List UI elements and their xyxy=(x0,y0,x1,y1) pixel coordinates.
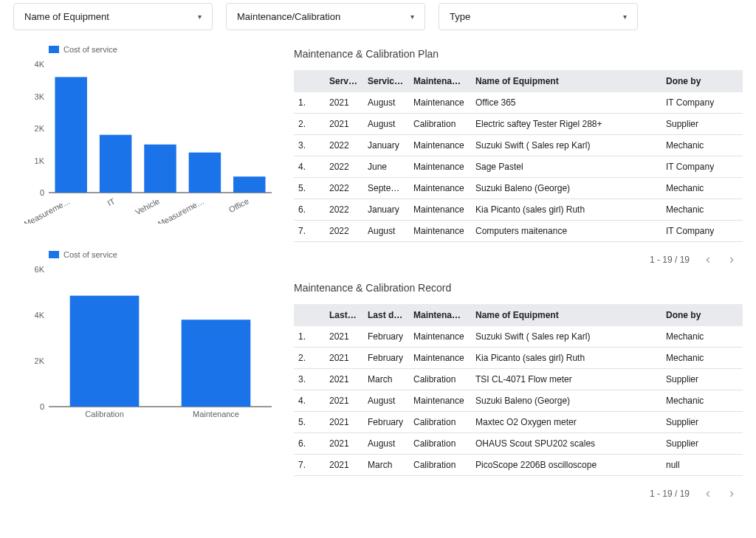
cell: February xyxy=(363,326,409,348)
cell: 2021 xyxy=(325,369,363,390)
table-row[interactable]: 7.2021MarchCalibrationPicoScope 2206B os… xyxy=(294,455,743,476)
bar[interactable] xyxy=(182,320,251,407)
row-index: 3. xyxy=(294,135,325,156)
col-header[interactable]: Done by xyxy=(662,304,743,326)
cell: Server Computer xyxy=(471,476,662,480)
svg-text:Measureme…: Measureme… xyxy=(23,196,72,224)
filter-name-of-equipment[interactable]: Name of Equipment ▾ xyxy=(13,3,213,30)
prev-page-icon[interactable]: ‹ xyxy=(703,252,713,267)
bar[interactable] xyxy=(55,77,86,193)
cell: Mechanic xyxy=(662,348,743,369)
cell: Maintenance xyxy=(409,199,471,221)
cell: 2021 xyxy=(325,92,363,114)
svg-text:Calibration: Calibration xyxy=(85,410,124,418)
table-row[interactable]: 3.2022JanuaryMaintenanceSuzuki Swift ( S… xyxy=(294,135,743,156)
plan-section: Maintenance & Calibration Plan Serv… Ser… xyxy=(294,48,743,273)
bar[interactable] xyxy=(144,145,176,193)
filter-type[interactable]: Type ▾ xyxy=(439,3,638,30)
row-index: 2. xyxy=(294,348,325,369)
cell: Mechanic xyxy=(662,199,743,221)
prev-page-icon[interactable]: ‹ xyxy=(703,486,713,501)
table-row[interactable]: 4.2021AugustMaintenanceSuzuki Baleno (Ge… xyxy=(294,390,743,412)
cell: Suzuki Swift ( Sales rep Karl) xyxy=(471,135,662,156)
cell: 2022 xyxy=(325,242,363,246)
col-header[interactable]: Servic… xyxy=(363,70,409,92)
svg-text:IT: IT xyxy=(106,196,117,207)
col-header[interactable]: Maintena… xyxy=(409,304,471,326)
table-row[interactable]: 2.2021FebruaryMaintenanceKia Picanto (sa… xyxy=(294,348,743,369)
bar[interactable] xyxy=(233,176,265,193)
table-row[interactable]: 1.2021AugustMaintenanceOffice 365IT Comp… xyxy=(294,92,743,114)
cell: Kia Picanto (sales girl) Ruth xyxy=(471,199,662,221)
table-row[interactable]: 8.2021FebruaryMaintenanceServer Computer… xyxy=(294,476,743,480)
svg-text:3K: 3K xyxy=(35,92,45,101)
cell: Supplier xyxy=(662,114,743,135)
pager-range: 1 - 19 / 19 xyxy=(650,489,690,499)
filter-row: Name of Equipment ▾ Maintenance/Calibrat… xyxy=(13,0,743,45)
row-index: 8. xyxy=(294,242,325,246)
record-table[interactable]: Last… Last d… Maintena… Name of Equipmen… xyxy=(294,304,743,480)
bar[interactable] xyxy=(100,135,131,193)
filter-label: Maintenance/Calibration xyxy=(237,11,340,22)
next-page-icon[interactable]: › xyxy=(726,486,737,501)
cell: August xyxy=(363,114,409,135)
table-header-row: Last… Last d… Maintena… Name of Equipmen… xyxy=(294,304,743,326)
bar[interactable] xyxy=(189,153,221,193)
table-row[interactable]: 6.2021AugustCalibrationOHAUS Scout SPU20… xyxy=(294,433,743,455)
cell: Maintenance xyxy=(409,348,471,369)
cell: Maintenance xyxy=(409,326,471,348)
cell: August xyxy=(363,242,409,246)
cell: Suzuki Swift ( Sales rep Karl) xyxy=(471,326,662,348)
table-row[interactable]: 5.2021FebruaryCalibrationMaxtec O2 Oxyge… xyxy=(294,412,743,433)
table-row[interactable]: 1.2021FebruaryMaintenanceSuzuki Swift ( … xyxy=(294,326,743,348)
svg-text:0: 0 xyxy=(40,402,44,411)
table-row[interactable]: 4.2022JuneMaintenanceSage PastelIT Compa… xyxy=(294,156,743,178)
cell: Hardware and backup xyxy=(471,242,662,246)
col-header[interactable]: Done by xyxy=(662,70,743,92)
svg-text:6K: 6K xyxy=(35,266,45,274)
row-index: 1. xyxy=(294,92,325,114)
bar-chart-2[interactable]: 02K4K6KCalibrationMaintenance xyxy=(13,266,279,429)
cell: PicoScope 2206B oscilloscope xyxy=(471,455,662,476)
cell: 2022 xyxy=(325,199,363,221)
next-page-icon[interactable]: › xyxy=(726,252,737,267)
row-index: 7. xyxy=(294,455,325,476)
table-row[interactable]: 7.2022AugustMaintenanceComputers maitena… xyxy=(294,221,743,242)
table-row[interactable]: 3.2021MarchCalibrationTSI CL-4071 Flow m… xyxy=(294,369,743,390)
cell: January xyxy=(363,135,409,156)
col-header[interactable]: Last d… xyxy=(363,304,409,326)
table-row[interactable]: 6.2022JanuaryMaintenanceKia Picanto (sal… xyxy=(294,199,743,221)
cell: Maintenance xyxy=(409,390,471,412)
chevron-down-icon: ▾ xyxy=(410,13,414,21)
col-header[interactable]: Name of Equipment xyxy=(471,70,662,92)
legend-label: Cost of service xyxy=(63,250,117,259)
cell: Sage Pastel xyxy=(471,156,662,178)
cell: Computers maitenance xyxy=(471,221,662,242)
cell: 2022 xyxy=(325,221,363,242)
filter-maintenance-calibration[interactable]: Maintenance/Calibration ▾ xyxy=(226,3,425,30)
table-row[interactable]: 2.2021AugustCalibrationElectric saftey T… xyxy=(294,114,743,135)
cell: Maintenance xyxy=(409,476,471,480)
bar-chart-1[interactable]: 01K2K3K4KMeasureme…ITVehicleMeasureme…Of… xyxy=(13,61,279,224)
table-row[interactable]: 8.2022AugustMaintenanceHardware and back… xyxy=(294,242,743,246)
cell: June xyxy=(363,156,409,178)
cell: 2021 xyxy=(325,114,363,135)
col-header[interactable]: Name of Equipment xyxy=(471,304,662,326)
chart-legend: Cost of service xyxy=(49,45,279,54)
cell: IT Company xyxy=(662,476,743,480)
cell: IT Company xyxy=(662,242,743,246)
col-header[interactable]: Serv… xyxy=(325,70,363,92)
svg-text:Maintenance: Maintenance xyxy=(193,410,239,418)
cell: Maintenance xyxy=(409,178,471,199)
plan-table[interactable]: Serv… Servic… Maintena… Name of Equipmen… xyxy=(294,70,743,246)
cell: August xyxy=(363,433,409,455)
col-header[interactable]: Last… xyxy=(325,304,363,326)
row-index: 5. xyxy=(294,412,325,433)
col-header[interactable]: Maintena… xyxy=(409,70,471,92)
bar[interactable] xyxy=(70,296,140,407)
table-row[interactable]: 5.2022Septem…MaintenanceSuzuki Baleno (G… xyxy=(294,178,743,199)
pager-range: 1 - 19 / 19 xyxy=(650,255,690,265)
cell: Maintenance xyxy=(409,242,471,246)
cell: 2021 xyxy=(325,412,363,433)
svg-text:Office: Office xyxy=(227,196,250,214)
